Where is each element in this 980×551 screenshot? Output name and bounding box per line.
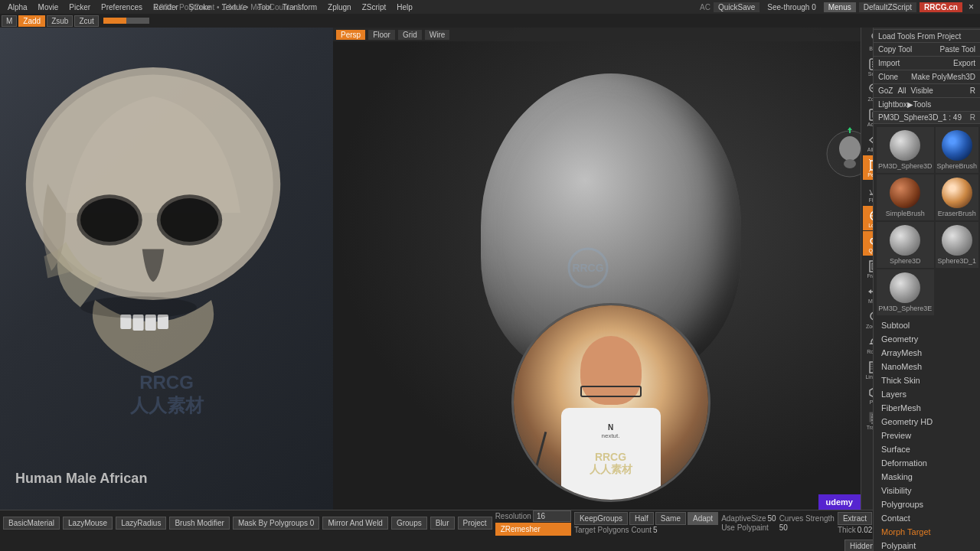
groups-btn[interactable]: Groups [391,517,427,530]
viewport-wire-btn[interactable]: Wire [425,30,450,40]
svg-line-37 [869,170,871,171]
brush-preview-sphere3d [890,225,920,256]
subtool-item[interactable]: Subtool [874,318,980,332]
mirror-and-weld-btn[interactable]: Mirror And Weld [322,517,388,530]
polypaint-item[interactable]: Polypaint [874,539,980,551]
lightbox-btn[interactable]: Lightbox▶Tools [878,99,931,109]
geometry-item[interactable]: Geometry [874,332,980,346]
menu-picker[interactable]: Picker [64,2,95,12]
version-bar: 1.002 • PolyCount • 1.14 K • MeshCount •… [153,0,301,14]
masking-item[interactable]: Masking [874,470,980,484]
viewport-perspective-btn[interactable]: Persp [336,30,365,40]
project-btn[interactable]: Project [458,517,492,530]
brush-pm3d-sphere[interactable]: PM3D_Sphere3D [877,127,934,173]
webcam-watermark: RRCG人人素材 [590,451,632,477]
contact-item[interactable]: Contact [874,511,980,525]
keepgroups-btn[interactable]: KeepGroups [574,512,628,525]
menu-preferences[interactable]: Preferences [96,2,147,12]
tool-panel: Tool Load Tool Save As Load Tools From P… [873,0,980,551]
thick-skin-item[interactable]: Thick Skin [874,373,980,387]
svg-point-15 [844,159,856,168]
svg-marker-17 [848,127,852,130]
menu-movie[interactable]: Movie [34,2,64,12]
m-button[interactable]: M [2,15,17,27]
brush-sphere3d[interactable]: Sphere3D [877,222,934,268]
morph-target-item[interactable]: Morph Target [874,525,980,539]
mask-by-polygroups-btn[interactable]: Mask By Polygroups 0 [233,517,320,530]
mic-stand [528,432,547,491]
menu-zscript[interactable]: ZScript [358,2,391,12]
person-glasses [580,386,642,397]
goz-row: GoZ All Visible R [874,84,980,98]
viewport-grid-btn[interactable]: Grid [398,30,422,40]
brush-pm3d-sphere3e[interactable]: PM3D_Sphere3E [877,269,934,315]
basic-material-btn[interactable]: BasicMaterial [3,517,60,530]
half-btn[interactable]: Half [629,512,654,525]
extract-btn[interactable]: Extract [838,512,872,525]
brush-preview-sphere3d-1 [942,225,972,256]
brush-sphere3d-1[interactable]: Sphere3D_1 [936,222,979,268]
quicksave-button[interactable]: QuickSave [714,2,760,12]
target-polygons-value: 5 [653,526,658,534]
see-through-btn[interactable]: See-through 0 [763,2,820,12]
thick-label: Thick [838,526,856,534]
webcam-overlay: N nextut. RRCG人人素材 [511,303,710,502]
udemy-badge[interactable]: udemy [818,494,861,510]
curves-strength-value: 50 [779,523,835,532]
resolution-input[interactable]: 16 [533,510,571,522]
clone-btn[interactable]: Clone [878,72,898,82]
load-tools-from-project-btn[interactable]: Load Tools From Project [878,31,961,41]
defaultzscript-button[interactable]: DefaultZScript [859,2,916,12]
nanomesh-item[interactable]: NanoMesh [874,360,980,373]
deformation-item[interactable]: Deformation [874,456,980,470]
zcut-button[interactable]: Zcut [74,15,98,27]
adaptive-size-label: AdaptiveSize [721,514,766,523]
adapt-btn[interactable]: Adapt [688,512,718,525]
viewport-inner[interactable]: N nextut. RRCG人人素材 RRCG [333,28,888,510]
goz-btn[interactable]: GoZ [878,86,893,96]
lazy-radius-btn[interactable]: LazyRadius [116,517,166,530]
menu-help[interactable]: Help [392,2,417,12]
lazy-mouse-btn[interactable]: LazyMouse [63,517,113,530]
make-polymesh3d-btn[interactable]: Make PolyMesh3D [911,72,975,82]
viewport-floor-btn[interactable]: Floor [368,30,395,40]
thick-value: 0.02 [858,526,872,534]
fibermesh-item[interactable]: FiberMesh [874,401,980,415]
brush-modifier-btn[interactable]: Brush Modifier [169,517,229,530]
arraymesh-item[interactable]: ArrayMesh [874,346,980,360]
paste-tool-btn[interactable]: Paste Tool [939,44,975,54]
blur-btn[interactable]: Blur [430,517,455,530]
menu-alpha[interactable]: Alpha [3,2,32,12]
lightbox-row: Lightbox▶Tools [874,98,980,112]
menus-button[interactable]: Menus [824,2,856,12]
brushes-grid: PM3D_Sphere3D SphereBrush SimpleBrush Er… [874,124,980,318]
main-viewport[interactable]: N nextut. RRCG人人素材 RRCG [333,28,888,510]
surface-item[interactable]: Surface [874,442,980,456]
import-export-row: Import Export [874,57,980,70]
copy-paste-tool-row: Copy Tool Paste Tool [874,43,980,57]
export-btn[interactable]: Export [953,58,975,68]
svg-point-5 [161,198,219,242]
brush-simplebrush[interactable]: SimpleBrush [877,174,934,220]
close-icon[interactable]: × [965,2,977,12]
brush-spherebrush[interactable]: SphereBrush [936,127,979,173]
import-btn[interactable]: Import [878,58,900,68]
visibility-item[interactable]: Visibility [874,484,980,497]
visible-btn[interactable]: Visible [911,86,933,96]
layers-item[interactable]: Layers [874,387,980,401]
zadd-button[interactable]: Zadd [18,15,45,27]
copy-tool-btn[interactable]: Copy Tool [878,44,912,54]
polygroups-item[interactable]: Polygroups [874,497,980,511]
same-btn[interactable]: Same [655,512,686,525]
brush-eraserbrush[interactable]: EraserBrush [936,174,979,220]
preview-item[interactable]: Preview [874,429,980,442]
zsub-button[interactable]: Zsub [47,15,73,27]
all-btn[interactable]: All [897,86,906,96]
menu-zplugin[interactable]: Zplugn [323,2,356,12]
geometry-hd-item[interactable]: Geometry HD [874,415,980,429]
adaptive-size-value: 50 [768,514,776,523]
r-btn[interactable]: R [970,86,975,96]
color-slider[interactable] [103,18,149,24]
brush-preview-spherebrush [942,130,972,161]
zremesher-btn[interactable]: ZRemesher [495,523,571,536]
